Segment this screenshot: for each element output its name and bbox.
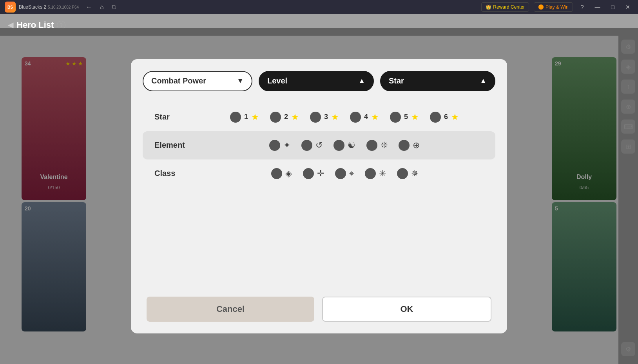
help-btn[interactable]: ? <box>578 3 587 11</box>
element-option-2[interactable]: ↺ <box>301 140 323 151</box>
class-2-circle <box>303 168 314 179</box>
nav-home-btn[interactable]: ⌂ <box>98 3 106 11</box>
titlebar-right: 👑 Reward Center 🟠 Play & Win ? — □ ✕ <box>481 2 633 12</box>
combat-power-chevron-icon: ▼ <box>237 77 244 85</box>
sort-filter-modal: Combat Power ▼ Level ▲ Star ▲ Star <box>131 59 507 333</box>
class-filter-label: Class <box>154 169 205 178</box>
star-3-number: 3 <box>324 113 328 121</box>
modal-overlay: Combat Power ▼ Level ▲ Star ▲ Star <box>0 28 638 364</box>
game-background: ◀ Hero List ? 34 Valentine 0/150 ★ ★ ★ 2… <box>0 14 638 364</box>
level-chevron-icon: ▲ <box>358 77 365 85</box>
level-label: Level <box>267 76 287 85</box>
class-option-4[interactable]: ✳ <box>365 168 386 179</box>
ok-button[interactable]: OK <box>322 297 491 322</box>
star-6-number: 6 <box>444 113 448 121</box>
element-filter-label: Element <box>154 141 205 150</box>
element-2-circle <box>301 140 312 151</box>
class-option-5[interactable]: ✵ <box>397 168 418 179</box>
titlebar: BS BlueStacks 2 5.10.20.1002 P64 ← ⌂ ⧉ 👑… <box>0 0 638 14</box>
class-option-1[interactable]: ◈ <box>271 168 292 179</box>
star-option-6[interactable]: 6 ★ <box>430 112 459 123</box>
class-filter-row: Class ◈ ✛ ⌖ <box>143 159 495 188</box>
star-sort-btn[interactable]: Star ▲ <box>380 71 495 91</box>
play-win-icon: 🟠 <box>538 4 544 10</box>
class-option-3[interactable]: ⌖ <box>335 168 354 179</box>
star-5-icon: ★ <box>411 112 419 122</box>
maximize-btn[interactable]: □ <box>608 3 618 11</box>
star-5-number: 5 <box>404 113 408 121</box>
class-filter-options: ◈ ✛ ⌖ ✳ <box>205 168 484 179</box>
play-win-btn[interactable]: 🟠 Play & Win <box>534 2 573 12</box>
combat-power-sort-btn[interactable]: Combat Power ▼ <box>143 71 252 91</box>
class-3-circle <box>335 168 346 179</box>
class-option-2[interactable]: ✛ <box>303 168 324 179</box>
star-5-circle <box>390 112 401 123</box>
star-2-icon: ★ <box>291 112 299 122</box>
element-filter-options: ✦ ↺ ☯ ❊ <box>205 140 484 151</box>
element-option-5[interactable]: ⊕ <box>399 140 420 151</box>
class-1-circle <box>271 168 282 179</box>
star-option-3[interactable]: 3 ★ <box>310 112 339 123</box>
star-filter-label: Star <box>154 112 205 121</box>
star-4-number: 4 <box>364 113 368 121</box>
star-option-4[interactable]: 4 ★ <box>350 112 379 123</box>
element-3-circle <box>334 140 344 151</box>
class-5-icon: ✵ <box>411 168 418 179</box>
star-1-circle <box>230 112 241 123</box>
star-2-number: 2 <box>284 113 288 121</box>
star-6-icon: ★ <box>451 112 459 122</box>
class-4-circle <box>365 168 376 179</box>
element-option-1[interactable]: ✦ <box>269 140 290 151</box>
star-1-icon: ★ <box>251 112 259 122</box>
star-2-circle <box>270 112 281 123</box>
element-5-icon: ⊕ <box>413 140 420 150</box>
element-option-3[interactable]: ☯ <box>334 140 355 151</box>
star-3-circle <box>310 112 321 123</box>
class-1-icon: ◈ <box>285 168 292 179</box>
class-4-icon: ✳ <box>379 168 386 179</box>
element-2-icon: ↺ <box>315 140 323 150</box>
combat-power-label: Combat Power <box>151 76 206 85</box>
close-btn[interactable]: ✕ <box>622 3 633 11</box>
reward-center-label: Reward Center <box>493 4 525 10</box>
star-1-number: 1 <box>244 113 248 121</box>
star-filter-options: 1 ★ 2 ★ 3 ★ <box>205 112 484 123</box>
star-4-icon: ★ <box>371 112 379 122</box>
star-option-2[interactable]: 2 ★ <box>270 112 299 123</box>
element-1-icon: ✦ <box>283 140 290 150</box>
element-4-icon: ❊ <box>381 140 388 150</box>
nav-back-btn[interactable]: ← <box>83 3 94 11</box>
minimize-btn[interactable]: — <box>592 3 604 11</box>
app-name: BlueStacks 2 <box>19 4 46 10</box>
star-chevron-icon: ▲ <box>480 77 487 85</box>
app-version: 5.10.20.1002 P64 <box>48 5 79 9</box>
reward-center-btn[interactable]: 👑 Reward Center <box>481 2 529 12</box>
level-sort-btn[interactable]: Level ▲ <box>259 71 374 91</box>
nav-window-btn[interactable]: ⧉ <box>109 3 118 11</box>
reward-icon: 👑 <box>486 4 491 10</box>
class-2-icon: ✛ <box>317 168 324 179</box>
element-1-circle <box>269 140 280 151</box>
star-filter-row: Star 1 ★ 2 ★ <box>143 103 495 131</box>
element-5-circle <box>399 140 410 151</box>
star-3-icon: ★ <box>331 112 339 122</box>
star-label: Star <box>389 76 404 85</box>
star-4-circle <box>350 112 361 123</box>
play-win-label: Play & Win <box>546 4 569 10</box>
class-3-icon: ⌖ <box>349 168 354 179</box>
star-option-5[interactable]: 5 ★ <box>390 112 419 123</box>
star-option-1[interactable]: 1 ★ <box>230 112 259 123</box>
modal-header: Combat Power ▼ Level ▲ Star ▲ <box>143 71 495 91</box>
filter-section: Star 1 ★ 2 ★ <box>143 103 495 281</box>
bluestacks-logo: BS <box>5 2 16 13</box>
cancel-button[interactable]: Cancel <box>147 297 314 322</box>
class-5-circle <box>397 168 408 179</box>
element-4-circle <box>366 140 377 151</box>
modal-footer: Cancel OK <box>143 297 495 322</box>
nav-buttons: ← ⌂ ⧉ <box>83 3 118 11</box>
element-3-icon: ☯ <box>348 140 355 150</box>
element-option-4[interactable]: ❊ <box>366 140 388 151</box>
star-6-circle <box>430 112 441 123</box>
element-filter-row: Element ✦ ↺ ☯ <box>143 131 495 159</box>
